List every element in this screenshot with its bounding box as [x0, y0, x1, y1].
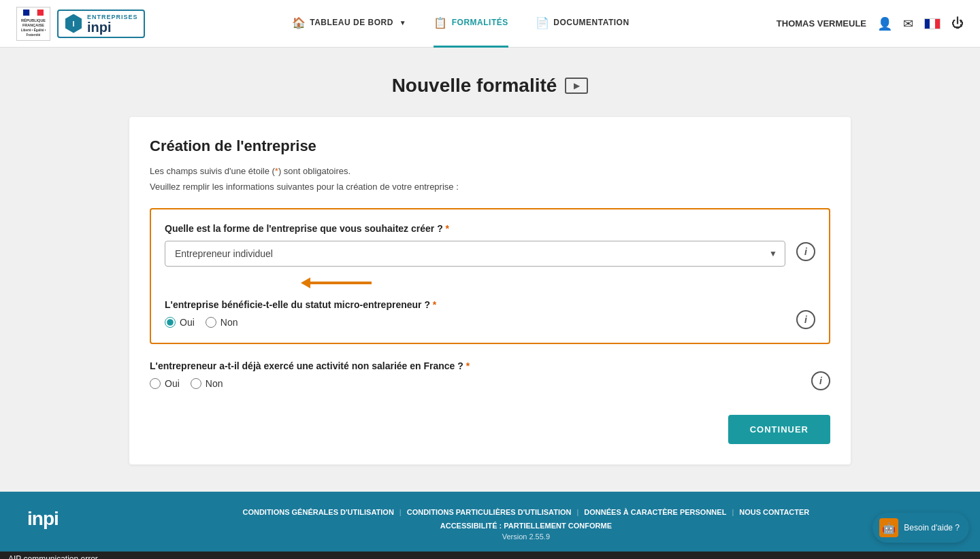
question-2-content: L'entreprise bénéficie-t-elle du statut …: [165, 299, 785, 328]
nav-label-tableau: TABLEAU DE BORD: [310, 18, 393, 27]
formalites-icon: 📋: [434, 16, 448, 29]
form-card: Création de l'entreprise Les champs suiv…: [129, 117, 851, 464]
main-content: Nouvelle formalité ▶ Création de l'entre…: [0, 48, 980, 492]
required-note: Les champs suivis d'une étoile (*) sont …: [150, 166, 830, 176]
q3-oui-radio[interactable]: [150, 378, 161, 389]
info-icon-q2[interactable]: i: [796, 310, 815, 329]
intro-text: Veuillez remplir les informations suivan…: [150, 182, 830, 192]
entreprise-form-select-wrapper: Entrepreneur individuel SARL SAS EURL SA…: [165, 241, 785, 267]
error-bar: AIP communication error: [0, 552, 980, 559]
nav-label-formalites: FORMALITÉS: [452, 18, 508, 27]
chat-robot-icon: 🤖: [879, 518, 898, 537]
q2-non-label: Non: [220, 317, 238, 328]
inpi-logo[interactable]: I ENTREPRISES inpi: [57, 10, 145, 38]
info-icon-q3[interactable]: i: [811, 371, 830, 390]
inpi-text: ENTREPRISES inpi: [87, 14, 138, 34]
documentation-icon: 📄: [536, 16, 550, 29]
power-icon[interactable]: ⏻: [951, 16, 964, 31]
orange-arrow-annotation: [165, 277, 815, 288]
home-icon: 🏠: [292, 16, 306, 29]
footer-link-donnees[interactable]: DONNÉES À CARACTÈRE PERSONNEL: [584, 508, 726, 516]
header-right-controls: THOMAS VERMEULE 👤 ✉ ⏻: [777, 16, 964, 31]
nav-formalites[interactable]: 📋 FORMALITÉS: [434, 0, 508, 48]
info-icon-q1[interactable]: i: [796, 242, 815, 261]
nav-label-documentation: DOCUMENTATION: [553, 18, 629, 27]
q2-non-option[interactable]: Non: [206, 317, 238, 328]
arrow-line: [310, 282, 372, 284]
footer-inpi-logo: inpi: [27, 508, 59, 530]
page-footer: inpi CONDITIONS GÉNÉRALES D'UTILISATION …: [0, 492, 980, 552]
footer-accessibility: ACCESSIBILITÉ : PARTIELLEMENT CONFORME: [99, 522, 953, 530]
select-wrapper: Entrepreneur individuel SARL SAS EURL SA…: [165, 241, 785, 267]
chat-button[interactable]: 🤖 Besoin d'aide ?: [872, 513, 969, 543]
question-3-radio-group: Oui Non: [150, 378, 800, 389]
q3-non-radio[interactable]: [191, 378, 201, 389]
main-nav: 🏠 TABLEAU DE BORD ▼ 📋 FORMALITÉS 📄 DOCUM…: [145, 0, 777, 48]
form-footer: CONTINUER: [150, 415, 830, 444]
user-name-label: THOMAS VERMEULE: [777, 18, 866, 29]
question-3-row: L'entrepreneur a-t-il déjà exercé une ac…: [150, 360, 830, 390]
nav-documentation[interactable]: 📄 DOCUMENTATION: [536, 0, 630, 48]
nav-tableau-de-bord[interactable]: 🏠 TABLEAU DE BORD ▼: [292, 0, 407, 48]
question-2-radio-group: Oui Non: [165, 317, 785, 328]
language-flag-icon[interactable]: [924, 18, 941, 29]
question-1-row: Quelle est la forme de l'entreprise que …: [165, 223, 815, 267]
q2-non-radio[interactable]: [206, 317, 216, 328]
entreprise-form-select[interactable]: Entrepreneur individuel SARL SAS EURL SA: [165, 241, 785, 267]
footer-links-wrapper: CONDITIONS GÉNÉRALES D'UTILISATION | CON…: [99, 508, 953, 541]
q3-oui-option[interactable]: Oui: [150, 378, 180, 389]
footer-version: Version 2.55.9: [99, 532, 953, 541]
question-1-label: Quelle est la forme de l'entreprise que …: [165, 223, 785, 234]
question-3-section: L'entrepreneur a-t-il déjà exercé une ac…: [150, 358, 830, 401]
footer-link-contact[interactable]: NOUS CONTACTER: [739, 508, 809, 516]
q2-oui-radio[interactable]: [165, 317, 176, 328]
card-title: Création de l'entreprise: [150, 137, 830, 155]
q2-oui-label: Oui: [180, 317, 195, 328]
republique-francaise-logo: RÉPUBLIQUEFRANÇAISELiberté • Égalité • F…: [16, 7, 50, 41]
footer-nav: CONDITIONS GÉNÉRALES D'UTILISATION | CON…: [99, 508, 953, 516]
page-title-row: Nouvelle formalité ▶: [392, 75, 589, 97]
user-profile-icon[interactable]: 👤: [877, 16, 892, 31]
question-1-content: Quelle est la forme de l'entreprise que …: [165, 223, 785, 267]
arrow-head-icon: [301, 277, 310, 288]
question-2-row: L'entreprise bénéficie-t-elle du statut …: [165, 299, 815, 329]
q3-non-option[interactable]: Non: [191, 378, 223, 389]
inpi-hex-icon: I: [64, 14, 83, 33]
chat-label: Besoin d'aide ?: [904, 523, 960, 532]
footer-separator-2: |: [576, 508, 578, 516]
footer-link-cpu[interactable]: CONDITIONS PARTICULIÈRES D'UTILISATION: [407, 508, 572, 516]
mail-icon[interactable]: ✉: [903, 16, 913, 31]
continue-button[interactable]: CONTINUER: [728, 415, 830, 444]
footer-link-cgu[interactable]: CONDITIONS GÉNÉRALES D'UTILISATION: [242, 508, 393, 516]
dropdown-arrow-icon: ▼: [399, 19, 406, 27]
video-play-icon: ▶: [574, 81, 580, 90]
q2-oui-option[interactable]: Oui: [165, 317, 195, 328]
highlighted-form-section: Quelle est la forme de l'entreprise que …: [150, 208, 830, 344]
question-2-label: L'entreprise bénéficie-t-elle du statut …: [165, 299, 785, 310]
error-message: AIP communication error: [8, 554, 98, 559]
question-3-label: L'entrepreneur a-t-il déjà exercé une ac…: [150, 360, 800, 371]
footer-separator-1: |: [399, 508, 402, 516]
header-logos: RÉPUBLIQUEFRANÇAISELiberté • Égalité • F…: [16, 7, 145, 41]
page-title: Nouvelle formalité: [392, 75, 557, 97]
q3-non-label: Non: [206, 378, 223, 389]
video-help-button[interactable]: ▶: [565, 78, 588, 94]
question-3-content: L'entrepreneur a-t-il déjà exercé une ac…: [150, 360, 800, 389]
orange-arrow: [301, 277, 372, 288]
main-header: RÉPUBLIQUEFRANÇAISELiberté • Égalité • F…: [0, 0, 980, 48]
q3-oui-label: Oui: [165, 378, 180, 389]
footer-separator-3: |: [732, 508, 734, 516]
